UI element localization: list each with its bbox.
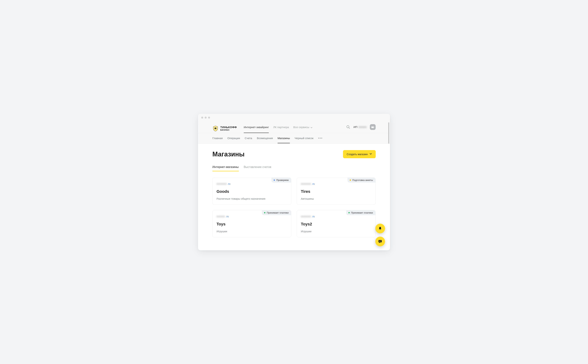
- status-dot-icon: [274, 180, 275, 181]
- chat-fab[interactable]: [375, 237, 385, 246]
- subnav-home[interactable]: Главная: [212, 133, 223, 143]
- shop-url[interactable]: ■■■■■.ru: [217, 215, 287, 218]
- shop-url-hidden: ■■■■■: [217, 215, 225, 218]
- svg-point-5: [373, 127, 374, 127]
- logo-text: ТИНЬКОФФ БИЗНЕС: [220, 126, 237, 131]
- status-label: Подготовка анкеты: [352, 179, 373, 182]
- content: Магазины Создать магазин Интернет-магази…: [198, 144, 390, 250]
- nav-acquiring[interactable]: Интернет-эквайринг: [244, 124, 269, 133]
- shop-card[interactable]: Принимает платежи■■■■■.ruToysИгрушки: [212, 210, 291, 237]
- user-prefix: ИП: [353, 125, 357, 129]
- shops-grid: Проверяем■■■■■■.ruGoodsРазличные товары …: [212, 177, 376, 237]
- header: ТИНЬКОФФ БИЗНЕС Интернет-эквайринг ЛК па…: [198, 121, 390, 133]
- shop-url-tld: .ru: [227, 182, 230, 185]
- notifications-fab[interactable]: [375, 224, 385, 233]
- shop-url-hidden: ■■■■■■: [217, 182, 227, 185]
- svg-rect-4: [371, 126, 374, 127]
- chat-icon: [378, 239, 382, 244]
- logo-shield-icon: [212, 125, 219, 131]
- shop-description: Различные товары общего назначения: [217, 197, 287, 200]
- shop-url-tld: .ru: [226, 215, 229, 218]
- window-zoom-dot[interactable]: [208, 117, 210, 119]
- shop-name: Goods: [217, 189, 287, 194]
- window-minimize-dot[interactable]: [205, 117, 207, 119]
- page-head: Магазины Создать магазин: [212, 150, 376, 158]
- shop-description: Игрушки: [217, 230, 287, 233]
- shop-url[interactable]: ■■■■■■.ru: [217, 182, 287, 185]
- subnav-refunds[interactable]: Возмещения: [257, 133, 273, 143]
- fab-column: [375, 224, 385, 246]
- search-icon[interactable]: [346, 125, 350, 129]
- create-shop-label: Создать магазин: [347, 153, 368, 156]
- status-dot-icon: [349, 212, 350, 213]
- shop-name: Toys2: [301, 222, 371, 227]
- brand-name: ТИНЬКОФФ: [220, 126, 237, 129]
- window-titlebar: [198, 114, 390, 121]
- status-chip: Проверяем: [271, 178, 291, 182]
- shop-name: Tires: [301, 189, 371, 194]
- bell-icon: [378, 226, 382, 231]
- shop-description: Игрушки: [301, 230, 371, 233]
- create-shop-button[interactable]: Создать магазин: [343, 150, 376, 158]
- logo[interactable]: ТИНЬКОФФ БИЗНЕС: [212, 125, 237, 131]
- nav-all-services-label: Все сервисы: [293, 126, 309, 129]
- subnav-invoices[interactable]: Счета: [245, 133, 252, 143]
- stage: ТИНЬКОФФ БИЗНЕС Интернет-эквайринг ЛК па…: [168, 104, 420, 260]
- main-nav: Интернет-эквайринг ЛК партнера Все серви…: [244, 124, 341, 133]
- chevron-down-icon: [310, 126, 313, 128]
- subnav-operations[interactable]: Операции: [227, 133, 240, 143]
- status-chip: Принимает платежи: [262, 210, 291, 215]
- tabs: Интернет-магазины Выставление счетов: [212, 165, 376, 171]
- tab-online-shops[interactable]: Интернет-магазины: [212, 165, 239, 171]
- user-label[interactable]: ИП ■■■■■: [353, 125, 367, 129]
- wallet-icon[interactable]: [370, 124, 376, 130]
- shop-url-hidden: ■■■■■■: [301, 215, 311, 218]
- browser-window: ТИНЬКОФФ БИЗНЕС Интернет-эквайринг ЛК па…: [198, 114, 390, 250]
- status-chip: Подготовка анкеты: [348, 178, 375, 182]
- shop-card[interactable]: Принимает платежи■■■■■■.ruToys2Игрушки: [297, 210, 376, 237]
- shop-url[interactable]: ■■■■■■.ru: [301, 182, 371, 185]
- page-title: Магазины: [212, 150, 245, 158]
- svg-line-2: [349, 127, 350, 129]
- status-dot-icon: [350, 180, 351, 181]
- tab-invoicing[interactable]: Выставление счетов: [244, 165, 271, 171]
- subnav-more-icon[interactable]: •••: [318, 133, 323, 143]
- subnav-blacklist[interactable]: Черный список: [295, 133, 313, 143]
- nav-partner[interactable]: ЛК партнера: [273, 124, 289, 133]
- subnav-shops[interactable]: Магазины: [278, 133, 290, 143]
- shop-url-hidden: ■■■■■■: [301, 182, 311, 185]
- shop-description: Автошины: [301, 197, 371, 200]
- status-label: Принимает платежи: [267, 211, 289, 214]
- shop-url[interactable]: ■■■■■■.ru: [301, 215, 371, 218]
- status-chip: Принимает платежи: [346, 210, 375, 215]
- status-label: Проверяем: [276, 179, 289, 182]
- user-name-hidden: ■■■■■: [358, 125, 367, 129]
- status-label: Принимает платежи: [351, 211, 373, 214]
- shop-name: Toys: [217, 222, 287, 227]
- shop-url-tld: .ru: [312, 215, 315, 218]
- header-right: ИП ■■■■■: [346, 124, 376, 133]
- chevron-down-icon: [369, 153, 372, 156]
- nav-all-services[interactable]: Все сервисы: [293, 124, 313, 133]
- shop-card[interactable]: Проверяем■■■■■■.ruGoodsРазличные товары …: [212, 177, 291, 205]
- svg-rect-0: [214, 127, 216, 129]
- shop-card[interactable]: Подготовка анкеты■■■■■■.ruTiresАвтошины: [297, 177, 376, 205]
- svg-rect-6: [379, 240, 382, 242]
- brand-subline: БИЗНЕС: [220, 129, 237, 131]
- window-close-dot[interactable]: [201, 117, 203, 119]
- shop-url-tld: .ru: [312, 182, 315, 185]
- status-dot-icon: [264, 212, 265, 213]
- sub-nav: Главная Операции Счета Возмещения Магази…: [198, 133, 390, 144]
